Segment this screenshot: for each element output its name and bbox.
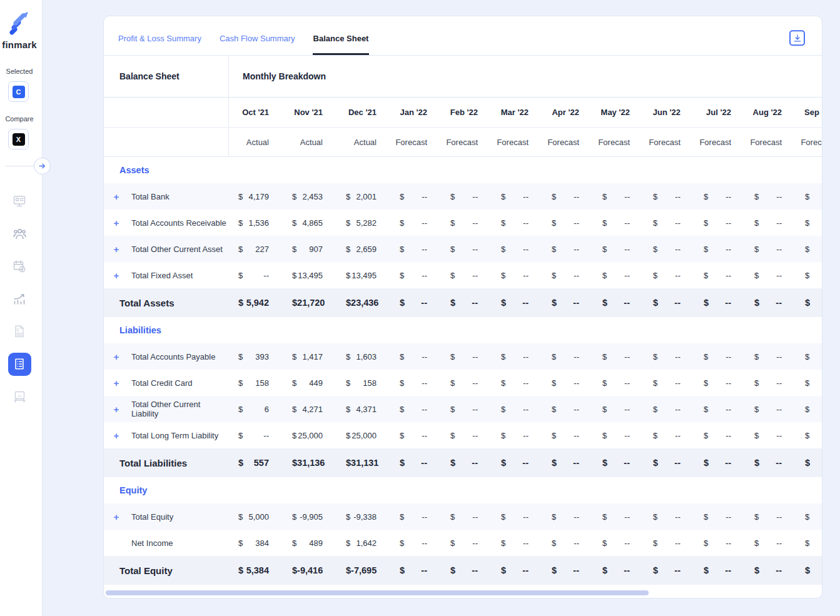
value-cell: $-- <box>441 422 492 448</box>
column-type-label: Forecast <box>441 128 492 156</box>
value-cell: $-- <box>441 370 492 396</box>
sidebar-item-payroll-calendar[interactable]: $ <box>0 250 39 283</box>
sidebar-item-dashboard[interactable] <box>0 185 39 218</box>
cell-amount: 2,453 <box>302 192 323 201</box>
sidebar-item-team[interactable] <box>0 218 39 250</box>
team-icon <box>12 226 28 241</box>
currency-symbol: $ <box>292 405 296 414</box>
value-cell: $-- <box>745 262 796 288</box>
sidebar-item-metrics-chart[interactable] <box>0 283 39 315</box>
currency-symbol: $ <box>400 218 404 228</box>
cell-amount: -- <box>422 378 427 388</box>
invoice-icon: $ <box>12 324 27 339</box>
currency-symbol: $ <box>653 352 657 361</box>
cell-amount: -- <box>263 431 269 440</box>
value-cell: $-- <box>644 530 694 556</box>
cell-amount: -- <box>675 192 681 201</box>
value-cell: $-- <box>593 503 644 530</box>
cell-amount: -- <box>263 271 269 280</box>
brand-name: finmark <box>0 39 39 50</box>
currency-symbol: $ <box>704 565 709 575</box>
svg-text:$: $ <box>17 328 19 332</box>
column-month-header: Jul '22 <box>694 98 745 127</box>
cell-amount: -- <box>472 512 478 522</box>
value-cell: $1,417 <box>283 343 337 370</box>
tab-balance-sheet[interactable]: Balance Sheet <box>313 16 370 55</box>
cell-amount: -- <box>422 538 427 548</box>
value-cell: $-- <box>492 236 542 262</box>
value-cell: $-9,905 <box>283 503 337 530</box>
section-header-equity: Equity <box>104 477 822 503</box>
sidebar-item-invoice[interactable]: $ <box>0 315 39 348</box>
expand-plus-icon[interactable]: + <box>113 404 120 415</box>
column-month-header: Mar '22 <box>492 98 542 127</box>
value-cell: $-- <box>694 183 745 210</box>
value-cell: $-- <box>796 236 822 262</box>
section-total-row: Total Liabilities$557$31,136$31,131$--$-… <box>104 448 822 477</box>
cell-amount: -- <box>472 378 478 388</box>
horizontal-scrollbar-thumb[interactable] <box>106 590 649 595</box>
tab-profit-loss-summary[interactable]: Profit & Loss Summary <box>118 16 202 55</box>
expand-plus-icon[interactable]: + <box>113 351 120 362</box>
expand-plus-icon[interactable]: + <box>113 191 120 202</box>
cell-amount: -- <box>674 458 681 468</box>
expand-plus-icon[interactable]: + <box>113 378 120 388</box>
total-row-label: Total Assets <box>104 288 229 317</box>
value-cell: $-- <box>390 236 441 262</box>
value-cell: $-- <box>644 288 694 317</box>
download-button[interactable] <box>789 30 805 46</box>
currency-symbol: $ <box>292 538 296 548</box>
report-card: Profit & Loss SummaryCash Flow SummaryBa… <box>103 16 822 598</box>
value-cell: $-- <box>441 556 492 585</box>
sidebar-item-formulas-board[interactable]: fx <box>0 380 39 413</box>
cell-amount: -- <box>726 538 731 548</box>
cell-amount: -- <box>624 352 630 361</box>
cell-amount: 4,179 <box>248 192 269 201</box>
cell-amount: 158 <box>363 378 377 388</box>
cell-amount: -- <box>675 431 681 440</box>
sidebar-item-reports[interactable] <box>0 348 39 380</box>
currency-symbol: $ <box>400 192 404 201</box>
value-cell: $-- <box>492 210 542 236</box>
expand-plus-icon[interactable]: + <box>113 270 120 281</box>
currency-symbol: $ <box>552 271 556 280</box>
cell-amount: -- <box>726 431 731 440</box>
value-cell: $-- <box>796 288 822 317</box>
currency-symbol: $ <box>602 218 607 228</box>
cell-amount: -- <box>573 565 579 575</box>
currency-symbol: $ <box>346 352 350 361</box>
selected-scenario-button[interactable]: C <box>8 81 29 102</box>
currency-symbol: $ <box>754 565 759 575</box>
sidebar-expand-button[interactable] <box>34 158 51 174</box>
cell-amount: -9,338 <box>353 512 377 522</box>
cell-amount: -- <box>725 565 731 575</box>
scenario-c-badge: C <box>13 86 25 98</box>
value-cell: $-- <box>644 422 694 448</box>
value-cell: $-- <box>492 343 542 370</box>
expand-plus-icon[interactable]: + <box>113 430 120 441</box>
value-cell: $1,536 <box>229 210 283 236</box>
currency-symbol: $ <box>552 378 556 388</box>
cell-amount: 393 <box>255 352 269 361</box>
expand-plus-icon[interactable]: + <box>113 512 120 522</box>
tab-cash-flow-summary[interactable]: Cash Flow Summary <box>219 16 296 55</box>
expand-plus-icon[interactable]: + <box>113 244 120 255</box>
cell-amount: -- <box>675 405 681 414</box>
compare-scenario-button[interactable]: X <box>8 129 29 149</box>
currency-symbol: $ <box>346 378 350 388</box>
currency-symbol: $ <box>400 405 404 414</box>
currency-symbol: $ <box>805 512 809 522</box>
value-cell: $-- <box>745 503 796 530</box>
value-cell: $13,495 <box>337 262 390 288</box>
expand-plus-icon[interactable]: + <box>113 218 120 228</box>
cell-amount: -- <box>624 512 630 522</box>
currency-symbol: $ <box>754 458 759 468</box>
cell-amount: 1,642 <box>356 538 377 548</box>
row-label: Total Other Current Asset <box>131 245 223 254</box>
cell-amount: -- <box>726 271 731 280</box>
value-cell: $-- <box>390 288 441 317</box>
column-type-label: Actual <box>337 128 390 156</box>
currency-symbol: $ <box>292 431 296 440</box>
value-cell: $-- <box>644 396 694 422</box>
cell-amount: -- <box>776 431 782 440</box>
